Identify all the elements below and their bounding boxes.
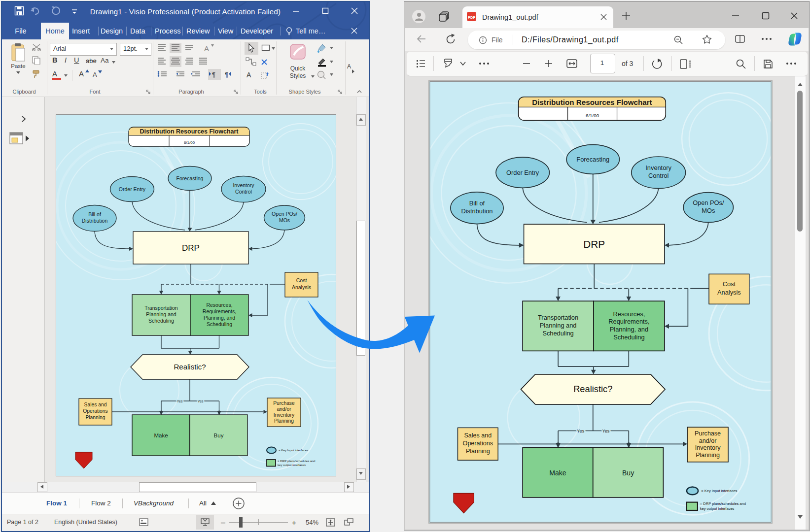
svg-text:PDF: PDF [468, 15, 475, 20]
svg-text:A: A [204, 44, 209, 53]
svg-text:¶: ¶ [225, 71, 228, 78]
svg-text:¶: ¶ [212, 71, 215, 78]
